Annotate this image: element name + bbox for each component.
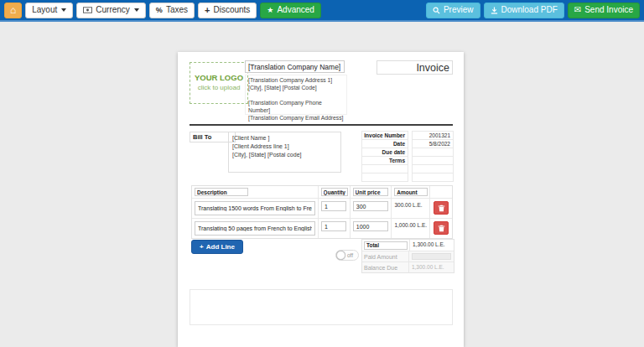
description-input[interactable]	[195, 221, 315, 236]
taxes-button[interactable]: % Taxes	[149, 3, 195, 18]
amount-value: 1,000.00 L.E.	[394, 221, 427, 228]
header-divider	[190, 124, 453, 126]
plus-icon: +	[205, 6, 210, 15]
currency-label: Currency	[96, 6, 130, 14]
description-cell	[192, 199, 319, 218]
send-invoice-button[interactable]: ✉ Send Invoice	[568, 3, 640, 18]
total-label-field[interactable]	[364, 241, 408, 250]
toolbar: ⌂ Layout Currency % Taxes + Discounts ★ …	[0, 0, 644, 22]
amount-header-cell	[392, 186, 430, 198]
total-label-cell	[362, 241, 409, 250]
table-header-row	[192, 186, 452, 198]
delete-row-button[interactable]	[434, 201, 449, 215]
discounts-button[interactable]: + Discounts	[198, 3, 257, 18]
company-address-block[interactable]: [Translation Company Address 1] [City], …	[245, 75, 347, 115]
amount-cell: 1,000.00 L.E.	[392, 219, 430, 238]
company-name-field[interactable]	[245, 60, 345, 73]
client-details-box[interactable]: [Client Name ] [Client Address line 1] […	[228, 132, 341, 173]
add-line-button[interactable]: + Add Line	[191, 240, 243, 254]
table-row: 1,000.00 L.E.	[192, 218, 452, 238]
discounts-label: Discounts	[213, 6, 250, 14]
add-line-label: Add Line	[206, 243, 235, 251]
total-value: 1,300.00 L.E.	[409, 240, 454, 251]
trash-icon	[438, 202, 445, 215]
logo-upload-box[interactable]: YOUR LOGO click to upload	[190, 62, 248, 104]
table-row: 300.00 L.E.	[192, 198, 452, 218]
balance-due-label: Balance Due	[362, 265, 408, 271]
company-email: [Translation Company Email Address]	[248, 114, 344, 122]
home-button[interactable]: ⌂	[4, 3, 22, 18]
actions-header-cell	[430, 186, 452, 198]
description-cell	[192, 219, 319, 238]
toolbar-left: ⌂ Layout Currency % Taxes + Discounts ★ …	[4, 3, 321, 18]
quantity-header-field[interactable]	[321, 188, 348, 196]
unit-price-cell	[351, 199, 392, 218]
meta-empty-label[interactable]	[361, 173, 408, 182]
logo-placeholder-title: YOUR LOGO	[190, 73, 247, 82]
amount-cell: 300.00 L.E.	[392, 199, 430, 218]
invoice-sheet: YOUR LOGO click to upload [Translation C…	[178, 52, 464, 347]
paid-amount-row: Paid Amount	[362, 251, 454, 262]
unit-price-header-cell	[351, 186, 392, 198]
amount-value: 300.00 L.E.	[394, 201, 427, 208]
balance-due-value: 1,300.00 L.E.	[408, 262, 454, 272]
quantity-cell	[319, 199, 351, 218]
line-items-table: 300.00 L.E. 1,000.00 L.E.	[191, 185, 453, 239]
download-pdf-button[interactable]: Download PDF	[484, 3, 564, 18]
address-spacer	[248, 91, 344, 99]
company-address-line2: [City], [State] [Postal Code]	[248, 84, 344, 91]
toggle-knob	[336, 251, 345, 260]
quantity-cell	[319, 219, 351, 238]
client-address-line1: [Client Address line 1]	[232, 142, 337, 151]
home-icon: ⌂	[10, 5, 16, 15]
paid-amount-toggle[interactable]: off	[335, 250, 359, 261]
paid-amount-field[interactable]	[412, 253, 451, 260]
notes-box[interactable]	[190, 289, 453, 325]
plus-icon: +	[200, 243, 204, 251]
unit-price-header-field[interactable]	[353, 188, 388, 196]
layout-label: Layout	[32, 6, 57, 14]
client-address-line2: [City], [State] [Postal code]	[232, 151, 337, 159]
toolbar-right: Preview Download PDF ✉ Send Invoice	[426, 3, 640, 18]
quantity-header-cell	[319, 186, 351, 198]
currency-dropdown[interactable]: Currency	[76, 3, 146, 18]
logo-upload-hint: click to upload	[190, 84, 247, 91]
meta-empty-value[interactable]	[412, 173, 454, 182]
unit-price-cell	[351, 219, 392, 238]
invoice-meta-table: Invoice Number 2001321 Date 5/8/2022 Due…	[361, 132, 454, 182]
download-icon	[491, 7, 498, 14]
description-header-field[interactable]	[195, 188, 248, 196]
preview-button[interactable]: Preview	[426, 3, 480, 18]
taxes-label: Taxes	[166, 6, 188, 14]
download-pdf-label: Download PDF	[501, 6, 558, 14]
total-row: 1,300.00 L.E.	[362, 240, 454, 251]
send-invoice-label: Send Invoice	[584, 6, 633, 14]
amount-header-field[interactable]	[394, 188, 428, 196]
company-address-line1: [Translation Company Address 1]	[248, 76, 344, 84]
trash-icon	[438, 222, 445, 235]
description-input[interactable]	[195, 201, 315, 215]
delete-row-button[interactable]	[434, 221, 449, 235]
preview-label: Preview	[444, 6, 474, 14]
advanced-button[interactable]: ★ Advanced	[260, 3, 321, 18]
chevron-down-icon	[134, 8, 139, 12]
unit-price-input[interactable]	[353, 201, 388, 211]
description-header-cell	[192, 186, 319, 198]
layout-dropdown[interactable]: Layout	[25, 3, 73, 18]
paid-amount-label: Paid Amount	[362, 254, 408, 260]
quantity-input[interactable]	[321, 221, 346, 231]
advanced-label: Advanced	[277, 6, 314, 14]
magnifier-icon	[433, 7, 440, 14]
quantity-input[interactable]	[321, 201, 346, 211]
invoice-title-field[interactable]	[377, 60, 453, 75]
client-name: [Client Name ]	[232, 134, 337, 142]
row-actions-cell	[430, 219, 452, 238]
totals-summary: 1,300.00 L.E. Paid Amount Balance Due 1,…	[361, 239, 454, 273]
meta-row-empty-2	[361, 173, 454, 182]
chevron-down-icon	[61, 8, 66, 12]
unit-price-input[interactable]	[353, 221, 388, 231]
toggle-state-label: off	[347, 252, 353, 258]
envelope-icon: ✉	[574, 6, 581, 14]
star-icon: ★	[267, 7, 273, 14]
banknote-icon	[83, 7, 92, 13]
